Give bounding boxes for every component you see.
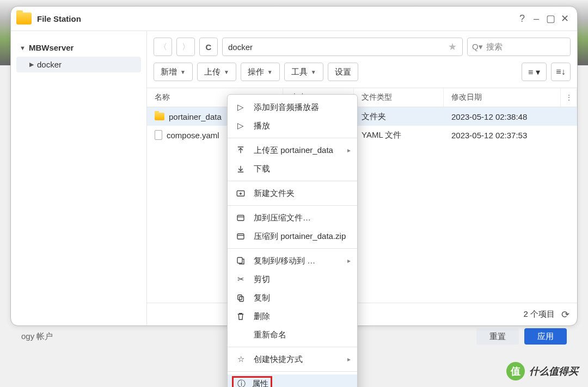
star-icon: ☆: [235, 354, 246, 364]
context-menu: ▷添加到音频播放器 ▷播放 上传至 portainer_data 下载 新建文件…: [227, 94, 358, 387]
star-icon[interactable]: ★: [448, 41, 457, 53]
search-icon: Q▾: [472, 42, 483, 52]
settings-button[interactable]: 设置: [328, 63, 358, 81]
copy-icon: [235, 293, 246, 303]
nav-toolbar: 〈 〉 C docker ★ Q▾ 搜索: [147, 31, 577, 59]
menu-shortcut[interactable]: ☆创建快捷方式: [228, 350, 357, 368]
watermark: 值 什么值得买: [506, 362, 578, 380]
app-folder-icon: [16, 13, 32, 24]
archive-icon: [235, 213, 246, 223]
action-button[interactable]: 操作▼: [241, 63, 280, 81]
upload-button[interactable]: 上传▼: [197, 63, 236, 81]
chevron-right-icon: ▶: [29, 61, 34, 68]
upload-icon: [235, 145, 246, 155]
new-button[interactable]: 新增▼: [154, 63, 193, 81]
download-icon: [235, 164, 246, 174]
scissors-icon: ✂: [235, 274, 246, 284]
menu-add-archive[interactable]: 加到压缩文件…: [228, 208, 357, 227]
menu-delete[interactable]: 删除: [228, 307, 357, 325]
watermark-text: 什么值得买: [529, 365, 578, 378]
maximize-button[interactable]: ▢: [543, 11, 558, 26]
tool-button[interactable]: 工具▼: [284, 63, 323, 81]
table-row[interactable]: portainer_data 文件夹 2023-05-12 02:38:48: [147, 107, 577, 126]
file-type: 文件夹: [354, 112, 444, 122]
apply-button[interactable]: 应用: [524, 328, 567, 345]
reset-button[interactable]: 重置: [476, 328, 519, 345]
account-label: ogy 帐户: [21, 331, 53, 342]
col-date[interactable]: 修改日期: [444, 88, 561, 107]
view-list-button[interactable]: ≡ ▾: [522, 63, 547, 81]
col-type[interactable]: 文件类型: [354, 88, 444, 107]
tree-root[interactable]: ▼ MBWserver: [16, 41, 141, 54]
nav-forward-button[interactable]: 〉: [176, 38, 195, 56]
menu-rename[interactable]: 重新命名: [228, 325, 357, 344]
menu-add-audio[interactable]: ▷添加到音频播放器: [228, 98, 357, 116]
svg-rect-3: [237, 257, 242, 263]
menu-compress-to[interactable]: 压缩到 portainer_data.zip: [228, 227, 357, 245]
play-icon: ▷: [235, 121, 246, 131]
status-bar: 2 个项目 ⟳: [147, 303, 577, 325]
col-more-icon[interactable]: ⋮: [561, 88, 577, 107]
file-date: 2023-05-12 02:37:53: [444, 131, 577, 140]
svg-rect-2: [237, 234, 244, 239]
menu-properties[interactable]: ⓘ属性: [228, 374, 357, 387]
column-headers: 名称 大小 文件类型 修改日期 ⋮: [147, 88, 577, 107]
menu-play[interactable]: ▷播放: [228, 116, 357, 135]
svg-rect-5: [240, 297, 244, 302]
help-button[interactable]: ?: [515, 11, 529, 26]
file-name: compose.yaml: [167, 131, 219, 140]
svg-rect-4: [238, 295, 242, 300]
sidebar-item-docker[interactable]: ▶ docker: [16, 57, 141, 72]
minimize-button[interactable]: –: [529, 11, 543, 26]
search-input[interactable]: Q▾ 搜索: [467, 38, 571, 56]
chevron-down-icon: ▼: [20, 45, 26, 51]
menu-copy-move[interactable]: 复制到/移动到 …: [228, 251, 357, 270]
app-title: File Station: [37, 14, 81, 23]
sort-button[interactable]: ≡↓: [551, 63, 571, 81]
svg-rect-1: [237, 216, 244, 221]
new-folder-icon: [235, 188, 246, 198]
titlebar: File Station ? – ▢ ✕: [11, 7, 577, 31]
tree-root-label: MBWserver: [29, 43, 74, 52]
info-icon: ⓘ: [236, 379, 247, 388]
move-icon: [235, 256, 246, 266]
file-name: portainer_data: [169, 112, 222, 121]
file-icon: [155, 130, 162, 140]
play-icon: ▷: [235, 102, 246, 112]
path-bar[interactable]: docker ★: [222, 38, 463, 56]
search-placeholder: 搜索: [486, 42, 503, 52]
status-refresh-icon[interactable]: ⟳: [561, 309, 569, 321]
folder-icon: [155, 113, 164, 120]
file-date: 2023-05-12 02:38:48: [444, 112, 577, 121]
menu-new-folder[interactable]: 新建文件夹: [228, 184, 357, 202]
menu-upload-to[interactable]: 上传至 portainer_data: [228, 141, 357, 159]
close-button[interactable]: ✕: [558, 11, 572, 26]
sidebar-item-label: docker: [37, 60, 62, 69]
file-type: YAML 文件: [354, 130, 444, 140]
sidebar: ▼ MBWserver ▶ docker: [11, 31, 147, 325]
menu-copy[interactable]: 复制: [228, 288, 357, 307]
archive-icon: [235, 231, 246, 241]
menu-download[interactable]: 下载: [228, 159, 357, 178]
nav-back-button[interactable]: 〈: [154, 38, 172, 56]
action-toolbar: 新增▼ 上传▼ 操作▼ 工具▼ 设置 ≡ ▾ ≡↓: [147, 59, 577, 88]
path-text: docker: [228, 42, 253, 52]
main-panel: 〈 〉 C docker ★ Q▾ 搜索 新增▼ 上传▼ 操作▼ 工具▼ 设置: [147, 31, 577, 325]
item-count: 2 个项目: [523, 309, 555, 320]
menu-cut[interactable]: ✂剪切: [228, 270, 357, 288]
refresh-button[interactable]: C: [199, 38, 218, 56]
table-row[interactable]: compose.yaml YAML 文件 2023-05-12 02:37:53: [147, 126, 577, 144]
watermark-badge: 值: [506, 362, 525, 380]
trash-icon: [235, 311, 246, 321]
